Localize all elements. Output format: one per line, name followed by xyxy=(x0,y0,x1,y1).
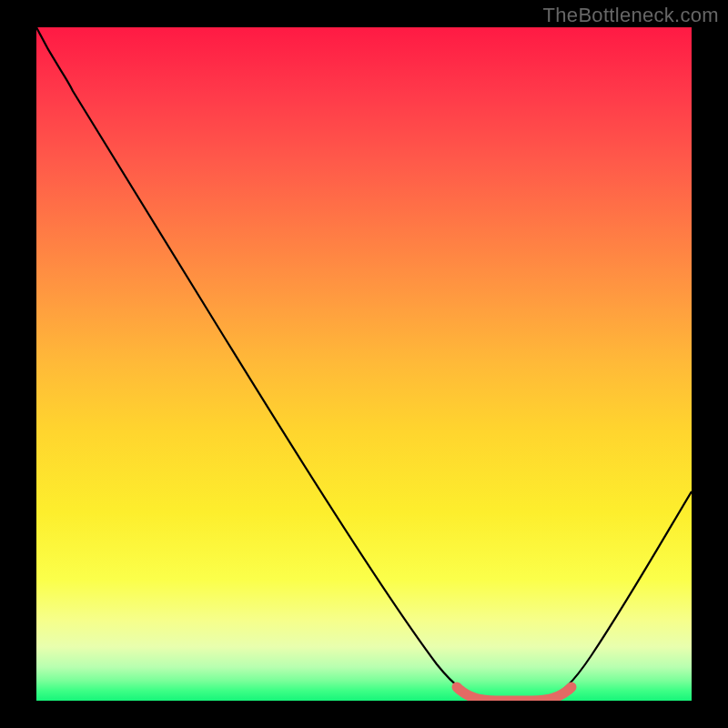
curve-layer xyxy=(36,27,692,701)
bottleneck-curve xyxy=(36,27,692,698)
chart-container: TheBottleneck.com xyxy=(0,0,728,728)
plot-area xyxy=(36,27,692,701)
optimal-range-highlight xyxy=(457,687,571,701)
watermark-text: TheBottleneck.com xyxy=(543,4,719,27)
